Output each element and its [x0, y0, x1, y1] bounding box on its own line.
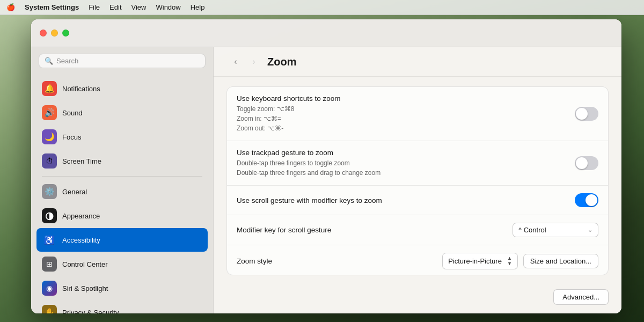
scroll-gesture-label: Use scroll gesture with modifier keys to… — [237, 196, 575, 204]
notifications-icon: 🔔 — [42, 81, 57, 96]
control-center-icon: ⊞ — [42, 257, 57, 272]
stepper-arrows: ▲ ▼ — [507, 256, 512, 266]
trackpad-gesture-label-area: Use trackpad gesture to zoom Double-tap … — [237, 149, 575, 178]
modifier-key-label: Modifier key for scroll gesture — [237, 226, 513, 234]
minimize-button[interactable] — [51, 30, 58, 36]
search-box[interactable]: 🔍 Search — [39, 54, 206, 68]
notifications-label: Notifications — [62, 85, 100, 93]
zoom-settings-section: Use keyboard shortcuts to zoom Toggle zo… — [226, 86, 609, 275]
stepper-down-icon: ▼ — [507, 261, 512, 266]
sidebar-item-accessibility[interactable]: ♿ Accessibility — [36, 228, 208, 252]
main-content: ‹ › Zoom Use keyboard shortcuts to zoom … — [214, 47, 621, 313]
sound-label: Sound — [62, 109, 83, 117]
scroll-gesture-label-area: Use scroll gesture with modifier keys to… — [237, 196, 575, 204]
advanced-container: Advanced... — [214, 285, 621, 313]
keyboard-shortcuts-toggle[interactable] — [575, 107, 598, 121]
sidebar: 🔍 Search 🔔 Notifications 🔊 Sound 🌙 Focus — [31, 47, 214, 313]
menubar: 🍎 System Settings File Edit View Window … — [0, 0, 644, 15]
modifier-key-label-area: Modifier key for scroll gesture — [237, 226, 513, 234]
search-placeholder: Search — [56, 57, 78, 65]
zoom-style-label: Zoom style — [237, 257, 442, 265]
titlebar — [31, 19, 621, 47]
sidebar-item-privacy-security[interactable]: ✋ Privacy & Security — [36, 301, 208, 313]
privacy-security-label: Privacy & Security — [62, 309, 119, 314]
menubar-window[interactable]: Window — [156, 3, 180, 11]
keyboard-shortcuts-sublabel: Toggle zoom: ⌥⌘8Zoom in: ⌥⌘=Zoom out: ⌥⌘… — [237, 104, 575, 133]
zoom-style-value: Picture-in-Picture — [448, 257, 502, 265]
sidebar-item-sound[interactable]: 🔊 Sound — [36, 101, 208, 125]
appearance-icon: ◑ — [42, 208, 57, 223]
sidebar-item-control-center[interactable]: ⊞ Control Center — [36, 252, 208, 276]
forward-button[interactable]: › — [247, 55, 261, 69]
zoom-style-controls: Picture-in-Picture ▲ ▼ Size and Location… — [442, 253, 598, 269]
siri-spotlight-label: Siri & Spotlight — [62, 284, 108, 292]
control-center-label: Control Center — [62, 260, 108, 268]
keyboard-shortcuts-label: Use keyboard shortcuts to zoom — [237, 94, 575, 103]
sidebar-item-general[interactable]: ⚙️ General — [36, 180, 208, 203]
search-container: 🔍 Search — [31, 47, 213, 75]
scroll-gesture-toggle[interactable] — [575, 193, 598, 207]
focus-label: Focus — [62, 133, 81, 141]
keyboard-shortcuts-label-area: Use keyboard shortcuts to zoom Toggle zo… — [237, 94, 575, 133]
sound-icon: 🔊 — [42, 105, 57, 120]
zoom-style-row: Zoom style Picture-in-Picture ▲ ▼ Size a… — [227, 245, 608, 275]
trackpad-gesture-sublabel: Double-tap three fingers to toggle zoomD… — [237, 158, 575, 178]
trackpad-gesture-row: Use trackpad gesture to zoom Double-tap … — [227, 141, 608, 186]
privacy-security-icon: ✋ — [42, 305, 57, 313]
accessibility-label: Accessibility — [62, 236, 100, 244]
menubar-view[interactable]: View — [131, 3, 147, 11]
content-area: 🔍 Search 🔔 Notifications 🔊 Sound 🌙 Focus — [31, 47, 621, 313]
apple-menu[interactable]: 🍎 — [6, 3, 15, 11]
trackpad-gesture-toggle[interactable] — [575, 156, 598, 170]
sidebar-item-siri-spotlight[interactable]: ◉ Siri & Spotlight — [36, 276, 208, 300]
dropdown-arrow-icon: ⌄ — [588, 226, 592, 233]
modifier-key-row: Modifier key for scroll gesture ^ Contro… — [227, 215, 608, 245]
menubar-file[interactable]: File — [89, 3, 100, 11]
menubar-help[interactable]: Help — [191, 3, 205, 11]
scroll-gesture-row: Use scroll gesture with modifier keys to… — [227, 186, 608, 215]
appearance-label: Appearance — [62, 212, 100, 220]
sidebar-item-appearance[interactable]: ◑ Appearance — [36, 204, 208, 228]
modifier-key-dropdown[interactable]: ^ Control ⌄ — [513, 223, 598, 237]
back-button[interactable]: ‹ — [229, 55, 243, 69]
maximize-button[interactable] — [62, 30, 69, 36]
stepper-up-icon: ▲ — [507, 256, 512, 261]
page-header: ‹ › Zoom — [214, 47, 621, 77]
size-location-button[interactable]: Size and Location... — [523, 254, 598, 268]
page-title: Zoom — [267, 56, 296, 68]
menubar-edit[interactable]: Edit — [109, 3, 121, 11]
sidebar-list: 🔔 Notifications 🔊 Sound 🌙 Focus ⏱ Screen… — [31, 75, 213, 313]
zoom-style-stepper[interactable]: Picture-in-Picture ▲ ▼ — [442, 253, 518, 269]
keyboard-shortcuts-toggle-thumb — [576, 108, 588, 120]
keyboard-shortcuts-row: Use keyboard shortcuts to zoom Toggle zo… — [227, 87, 608, 141]
trackpad-gesture-toggle-thumb — [576, 157, 588, 169]
screen-time-icon: ⏱ — [42, 153, 57, 169]
system-settings-window: 🔍 Search 🔔 Notifications 🔊 Sound 🌙 Focus — [31, 19, 621, 313]
modifier-key-value: ^ Control — [518, 226, 546, 234]
sidebar-item-notifications[interactable]: 🔔 Notifications — [36, 77, 208, 100]
close-button[interactable] — [40, 30, 47, 36]
sidebar-item-screen-time[interactable]: ⏱ Screen Time — [36, 149, 208, 173]
traffic-lights — [40, 30, 69, 36]
sidebar-item-focus[interactable]: 🌙 Focus — [36, 125, 208, 149]
advanced-button[interactable]: Advanced... — [553, 289, 609, 305]
general-icon: ⚙️ — [42, 184, 57, 199]
general-label: General — [62, 188, 87, 196]
search-icon: 🔍 — [45, 57, 53, 65]
focus-icon: 🌙 — [42, 129, 57, 144]
accessibility-icon: ♿ — [42, 232, 57, 247]
screen-time-label: Screen Time — [62, 157, 101, 165]
trackpad-gesture-label: Use trackpad gesture to zoom — [237, 149, 575, 157]
siri-spotlight-icon: ◉ — [42, 281, 57, 296]
sidebar-divider-1 — [42, 176, 202, 177]
menubar-app-name[interactable]: System Settings — [25, 3, 79, 11]
scroll-gesture-toggle-thumb — [586, 194, 597, 206]
